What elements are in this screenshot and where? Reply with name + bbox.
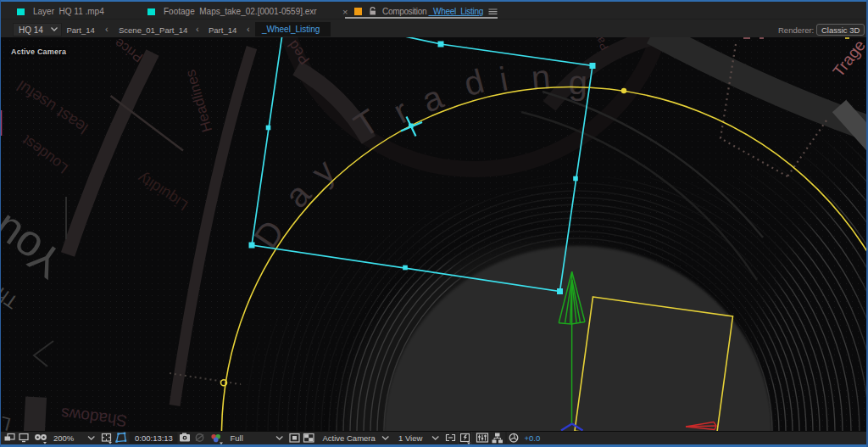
svg-text:Active Camera: Active Camera (323, 433, 376, 443)
svg-text:200%: 200% (53, 433, 75, 443)
svg-text:Shadows: Shadows (60, 405, 128, 430)
svg-text:Full: Full (231, 433, 243, 443)
svg-text:n: n (530, 58, 552, 97)
svg-text:You: You (1, 205, 72, 288)
svg-text:Th: Th (1, 283, 22, 313)
svg-text:1 View: 1 View (398, 433, 422, 443)
svg-text:d: d (459, 62, 487, 103)
svg-text:Liquidity: Liquidity (135, 170, 191, 215)
svg-text:+0.0: +0.0 (525, 433, 541, 443)
svg-text:Price: Price (112, 37, 146, 65)
svg-text:least useful: least useful (14, 77, 91, 137)
svg-text:y: y (304, 152, 342, 191)
svg-text:a: a (416, 77, 448, 119)
svg-text:g: g (568, 64, 587, 101)
svg-text:Headlines: Headlines (182, 68, 215, 134)
svg-text:0:00:13:13: 0:00:13:13 (135, 433, 173, 443)
svg-text:Loudest: Loudest (19, 131, 71, 177)
svg-text:L: L (1, 412, 13, 431)
svg-text:Trage: Trage (829, 37, 866, 80)
